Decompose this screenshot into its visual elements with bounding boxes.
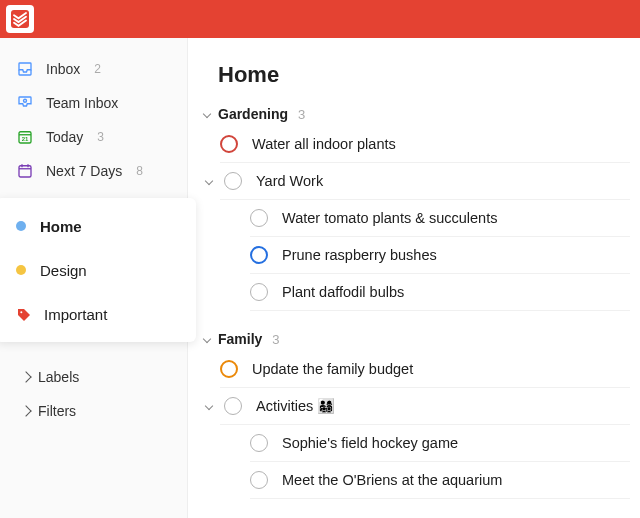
task-checkbox[interactable] [220, 135, 238, 153]
task-checkbox[interactable] [224, 172, 242, 190]
sidebar-projects: Home Design Important [0, 198, 196, 342]
task-row[interactable]: Water tomato plants & succulents [250, 200, 630, 237]
chevron-down-icon [203, 335, 211, 343]
svg-text:21: 21 [22, 136, 29, 142]
sidebar-project-important[interactable]: Important [0, 292, 196, 336]
task-label: Update the family budget [252, 361, 413, 377]
task-checkbox[interactable] [250, 471, 268, 489]
task-checkbox[interactable] [250, 283, 268, 301]
today-icon: 21 [16, 128, 34, 146]
task-label: Prune raspberry bushes [282, 247, 437, 263]
page-title: Home [218, 62, 630, 88]
task-label: Meet the O'Briens at the aquarium [282, 472, 502, 488]
sidebar-item-next7[interactable]: Next 7 Days 8 [0, 154, 187, 188]
svg-point-9 [20, 311, 22, 313]
task-label: Yard Work [256, 173, 323, 189]
meta-label: Filters [38, 403, 76, 419]
sidebar-item-label: Team Inbox [46, 95, 118, 111]
task-row[interactable]: Sophie's field hockey game [250, 425, 630, 462]
sidebar: Inbox 2 Team Inbox 21 Today 3 Next 7 Day… [0, 38, 188, 518]
calendar-icon [16, 162, 34, 180]
task-row[interactable]: Prune raspberry bushes [250, 237, 630, 274]
chevron-down-icon [205, 177, 213, 185]
sidebar-item-today[interactable]: 21 Today 3 [0, 120, 187, 154]
sidebar-item-label: Next 7 Days [46, 163, 122, 179]
task-label: Activities 👨‍👩‍👧‍👦 [256, 398, 335, 415]
chevron-right-icon [20, 405, 31, 416]
project-color-dot [16, 221, 26, 231]
task-row[interactable]: Meet the O'Briens at the aquarium [250, 462, 630, 499]
chevron-down-icon [205, 402, 213, 410]
sidebar-labels[interactable]: Labels [0, 360, 187, 394]
sidebar-item-label: Today [46, 129, 83, 145]
task-row[interactable]: Water all indoor plants [220, 126, 630, 163]
section-header[interactable]: Family3 [204, 331, 630, 347]
meta-label: Labels [38, 369, 79, 385]
task-row[interactable]: Update the family budget [220, 351, 630, 388]
svg-rect-5 [19, 166, 31, 177]
task-checkbox[interactable] [224, 397, 242, 415]
task-row[interactable]: Plant daffodil bulbs [250, 274, 630, 311]
task-label: Water all indoor plants [252, 136, 396, 152]
project-label: Design [40, 262, 87, 279]
sidebar-item-count: 2 [94, 62, 101, 76]
task-checkbox[interactable] [250, 246, 268, 264]
section-count: 3 [272, 332, 279, 347]
chevron-down-icon [203, 110, 211, 118]
task-group[interactable]: Yard Work [220, 163, 630, 200]
top-bar [0, 0, 640, 38]
todoist-icon [11, 10, 29, 28]
sidebar-filters[interactable]: Filters [0, 394, 187, 428]
sidebar-meta: Labels Filters [0, 360, 187, 428]
tag-icon [16, 307, 30, 321]
sidebar-item-team-inbox[interactable]: Team Inbox [0, 86, 187, 120]
project-color-dot [16, 265, 26, 275]
section-name: Gardening [218, 106, 288, 122]
sidebar-item-count: 3 [97, 130, 104, 144]
task-label: Sophie's field hockey game [282, 435, 458, 451]
sidebar-project-design[interactable]: Design [0, 248, 196, 292]
task-label: Plant daffodil bulbs [282, 284, 404, 300]
sidebar-item-inbox[interactable]: Inbox 2 [0, 52, 187, 86]
app-logo[interactable] [6, 5, 34, 33]
sidebar-project-home[interactable]: Home [0, 204, 196, 248]
section-count: 3 [298, 107, 305, 122]
task-label: Water tomato plants & succulents [282, 210, 497, 226]
task-checkbox[interactable] [250, 434, 268, 452]
sidebar-item-label: Inbox [46, 61, 80, 77]
team-inbox-icon [16, 94, 34, 112]
chevron-right-icon [20, 371, 31, 382]
svg-point-1 [24, 99, 27, 102]
section-header[interactable]: Gardening3 [204, 106, 630, 122]
project-label: Home [40, 218, 82, 235]
project-label: Important [44, 306, 107, 323]
task-group[interactable]: Activities 👨‍👩‍👧‍👦 [220, 388, 630, 425]
sidebar-item-count: 8 [136, 164, 143, 178]
task-checkbox[interactable] [220, 360, 238, 378]
main-content: Home Gardening3Water all indoor plantsYa… [188, 38, 640, 518]
section-name: Family [218, 331, 262, 347]
inbox-icon [16, 60, 34, 78]
task-checkbox[interactable] [250, 209, 268, 227]
